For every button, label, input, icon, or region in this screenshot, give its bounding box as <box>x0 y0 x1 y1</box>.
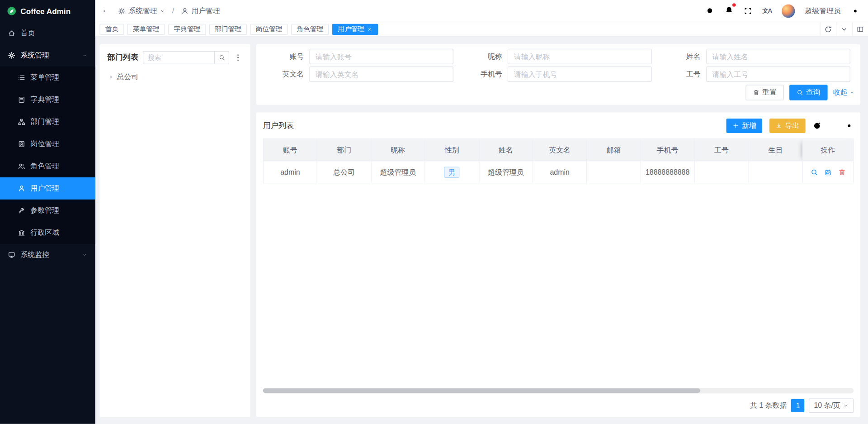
sidebar-collapse-icon[interactable] <box>103 6 112 15</box>
notifications-button[interactable] <box>725 5 734 16</box>
query-button[interactable]: 查询 <box>789 85 827 100</box>
export-button[interactable]: 导出 <box>769 119 806 133</box>
user-icon <box>18 185 25 192</box>
horizontal-scrollbar[interactable] <box>263 388 854 394</box>
sidebar-item-user-mgmt[interactable]: 用户管理 <box>0 177 95 200</box>
monitor-icon <box>8 251 15 259</box>
people-icon <box>18 162 25 170</box>
sidebar-item-role-mgmt[interactable]: 角色管理 <box>0 155 95 177</box>
sidebar-item-system[interactable]: 系统管理 <box>0 44 95 67</box>
translate-icon[interactable]: 文A <box>762 7 772 15</box>
gender-tag: 男 <box>444 167 459 177</box>
account-input[interactable] <box>309 49 453 64</box>
layout-toggle-button[interactable] <box>852 22 868 36</box>
sidebar-item-region-mgmt[interactable]: 行政区域 <box>0 222 95 244</box>
sidebar-item-dept-mgmt[interactable]: 部门管理 <box>0 111 95 133</box>
column-header-birthday: 生日 <box>749 139 802 161</box>
tab-dict-mgmt[interactable]: 字典管理 <box>168 24 206 34</box>
search-icon[interactable] <box>706 6 715 15</box>
cell-name: 超级管理员 <box>479 161 533 183</box>
cell-account: admin <box>263 161 317 183</box>
name-input[interactable] <box>706 49 850 64</box>
cell-dept: 总公司 <box>317 161 371 183</box>
collapse-filter-label: 收起 <box>833 87 848 97</box>
more-options-icon[interactable] <box>234 53 243 62</box>
table-header-row: 账号 部门 昵称 性别 姓名 英文名 邮箱 手机号 工号 生日 操作 <box>263 139 853 161</box>
phone-input[interactable] <box>508 67 651 82</box>
breadcrumb-root[interactable]: 系统管理 <box>118 6 165 16</box>
wrench-icon <box>18 207 25 214</box>
page-number-button[interactable]: 1 <box>791 399 804 412</box>
row-height-icon[interactable] <box>829 121 838 130</box>
home-icon <box>8 29 15 37</box>
tab-home[interactable]: 首页 <box>99 24 124 34</box>
refresh-icon <box>824 25 832 33</box>
field-phone: 手机号 <box>459 67 658 82</box>
sidebar-submenu-system: 菜单管理 字典管理 部门管理 岗位管理 角色管理 用户管理 <box>0 67 95 244</box>
refresh-icon[interactable] <box>813 121 822 130</box>
tab-label: 用户管理 <box>338 24 364 34</box>
export-label: 导出 <box>785 121 799 131</box>
page-size-value: 10 条/页 <box>814 401 840 411</box>
view-button[interactable] <box>810 168 818 176</box>
scrollbar-thumb[interactable] <box>263 389 700 393</box>
tab-post-mgmt[interactable]: 岗位管理 <box>250 24 288 34</box>
username[interactable]: 超级管理员 <box>805 6 841 16</box>
tab-role-mgmt[interactable]: 角色管理 <box>291 24 329 34</box>
sidebar-item-home[interactable]: 首页 <box>0 22 95 44</box>
delete-button[interactable] <box>838 168 845 176</box>
job-no-input[interactable] <box>706 67 850 82</box>
department-search-group <box>143 51 229 64</box>
list-icon <box>18 74 25 81</box>
close-icon[interactable] <box>367 26 373 32</box>
edit-button[interactable] <box>824 168 832 176</box>
fullscreen-icon[interactable] <box>744 6 753 15</box>
sidebar-item-post-mgmt[interactable]: 岗位管理 <box>0 133 95 155</box>
add-user-button[interactable]: 新增 <box>726 119 763 133</box>
edit-pencil-icon <box>824 168 832 176</box>
avatar[interactable] <box>782 4 795 17</box>
cell-gender: 男 <box>425 161 479 183</box>
column-header-job-no: 工号 <box>694 139 748 161</box>
view-search-icon <box>810 168 818 176</box>
english-name-input[interactable] <box>309 67 453 82</box>
collapse-filter-link[interactable]: 收起 <box>833 87 855 97</box>
field-nickname: 昵称 <box>459 49 658 64</box>
column-header-email: 邮箱 <box>587 139 641 161</box>
breadcrumb-current-label: 用户管理 <box>191 6 220 16</box>
tab-dept-mgmt[interactable]: 部门管理 <box>209 24 247 34</box>
plus-icon <box>732 123 739 129</box>
cell-birthday <box>749 161 802 183</box>
tab-label: 首页 <box>105 24 118 34</box>
chevron-down-icon <box>160 8 165 14</box>
reset-button[interactable]: 重置 <box>745 85 783 100</box>
nickname-input[interactable] <box>508 49 651 64</box>
sidebar-item-label: 系统管理 <box>20 50 49 60</box>
column-header-dept: 部门 <box>317 139 371 161</box>
sidebar-item-monitor[interactable]: 系统监控 <box>0 244 95 266</box>
department-search-input[interactable] <box>143 51 215 64</box>
sidebar-item-label: 用户管理 <box>30 183 59 193</box>
id-badge-icon <box>18 140 25 148</box>
field-label: 账号 <box>261 52 310 62</box>
tree-node-root[interactable]: 总公司 <box>108 70 243 84</box>
tab-user-mgmt[interactable]: 用户管理 <box>332 24 378 34</box>
pagination-total: 共 1 条数据 <box>750 401 787 411</box>
tabs-menu-button[interactable] <box>836 22 852 36</box>
chevron-down-icon <box>840 25 848 33</box>
clear-icon <box>753 89 760 96</box>
user-list-panel: 用户列表 新增 导出 <box>256 113 860 418</box>
main-column: 账号 昵称 姓名 英文名 <box>256 44 860 418</box>
tabs-refresh-button[interactable] <box>820 22 836 36</box>
department-search-button[interactable] <box>215 51 229 64</box>
settings-gear-icon[interactable] <box>851 6 860 15</box>
sidebar-item-param-mgmt[interactable]: 参数管理 <box>0 200 95 222</box>
query-button-label: 查询 <box>806 87 821 97</box>
column-settings-gear-icon[interactable] <box>845 121 854 130</box>
page-size-select[interactable]: 10 条/页 <box>809 399 854 413</box>
app-title: Coffee Admin <box>20 7 71 16</box>
field-job-no: 工号 <box>657 67 856 82</box>
sidebar-item-dict-mgmt[interactable]: 字典管理 <box>0 89 95 111</box>
tab-menu-mgmt[interactable]: 菜单管理 <box>127 24 165 34</box>
sidebar-item-menu-mgmt[interactable]: 菜单管理 <box>0 67 95 89</box>
